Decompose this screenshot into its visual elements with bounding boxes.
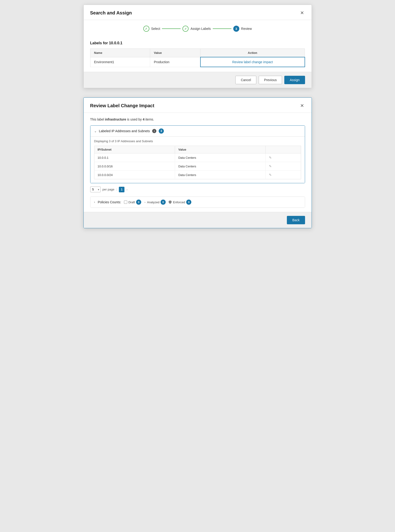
edit-icon[interactable]: ✎	[269, 156, 272, 160]
col-value-header2: Value	[175, 146, 266, 153]
dialog1-header: Search and Assign ✕	[84, 5, 312, 20]
edit-icon[interactable]: ✎	[269, 164, 272, 168]
step-line-1	[162, 28, 181, 29]
info-prefix: This label	[90, 117, 105, 121]
display-info-text: Displaying 3 of 3 IP Addresses and Subne…	[94, 139, 301, 143]
chevron-right-icon: ›	[94, 200, 95, 204]
info-middle: is used by	[126, 117, 143, 121]
dialog2-title: Review Label Change Impact	[90, 103, 154, 108]
per-page-wrapper: 5 10 25	[90, 187, 101, 192]
analyzed-badge: ~ Analyzed 0	[144, 200, 166, 205]
edit-icon[interactable]: ✎	[269, 173, 272, 177]
draft-icon	[124, 200, 127, 204]
dialog1-title: Search and Assign	[90, 10, 132, 16]
step2-label: Assign Labels	[190, 27, 211, 31]
shield-icon	[169, 200, 172, 204]
review-label-change-dialog: Review Label Change Impact ✕ This label …	[83, 97, 312, 228]
cancel-button[interactable]: Cancel	[235, 76, 256, 84]
dialog1-close-button[interactable]: ✕	[299, 10, 305, 16]
pagination-colon: :	[116, 188, 117, 191]
dialog2-close-button[interactable]: ✕	[299, 102, 305, 109]
impact-info-text: This label infrastructure is used by 4 i…	[84, 113, 312, 121]
policies-label: Policies Counts:	[98, 200, 121, 204]
analyzed-icon: ~	[144, 200, 146, 204]
col-value-header: Value	[150, 49, 200, 57]
info-icon: i	[152, 129, 156, 133]
enforced-count: 0	[186, 200, 191, 205]
col-action-header: Action	[200, 49, 305, 57]
edit-cell: ✎	[266, 171, 301, 179]
stepper: ✓ Select ✓ Assign Labels 3 Review	[84, 20, 312, 36]
col-name-header: Name	[90, 49, 150, 57]
step1-label: Select	[151, 27, 160, 31]
ip-subnet-table: IP/Subnet Value 10.0.0.1 Data Centers ✎ …	[94, 146, 301, 179]
ip-table-header-row: IP/Subnet Value	[94, 146, 301, 153]
info-suffix: items.	[144, 117, 154, 121]
stepper-step3: 3 Review	[233, 26, 252, 32]
step3-circle: 3	[233, 26, 239, 32]
assign-button[interactable]: Assign	[284, 76, 305, 84]
stepper-step1: ✓ Select	[143, 26, 160, 32]
pagination-bar: 5 10 25 per page : 1 ›	[90, 187, 305, 192]
col-action-header2	[266, 146, 301, 153]
per-page-select[interactable]: 5 10 25	[90, 187, 101, 192]
step2-circle: ✓	[182, 26, 188, 32]
enforced-label: Enforced	[173, 200, 185, 204]
search-and-assign-dialog: Search and Assign ✕ ✓ Select ✓ Assign La…	[83, 5, 312, 88]
ip-cell: 10.0.0.0/16	[94, 162, 175, 171]
row-value: Production	[150, 57, 200, 67]
edit-cell: ✎	[266, 153, 301, 162]
table-row: 10.0.0.1 Data Centers ✎	[94, 153, 301, 162]
chevron-down-icon: ⌄	[94, 129, 97, 133]
policies-section: › Policies Counts: Draft 0 ~ Analyzed 0	[90, 197, 305, 208]
row-name: Environment1	[90, 57, 150, 67]
edit-cell: ✎	[266, 162, 301, 171]
step3-label: Review	[241, 27, 252, 31]
stepper-step2: ✓ Assign Labels	[182, 26, 211, 32]
dialog1-body: Labels for 10.0.0.1 Name Value Action En…	[84, 36, 312, 72]
per-page-label: per page	[103, 188, 115, 191]
next-page-arrow[interactable]: ›	[126, 188, 127, 191]
draft-label: Draft	[128, 200, 135, 204]
info-count-bold: 4	[143, 117, 144, 121]
analyzed-count: 0	[161, 200, 166, 205]
value-cell: Data Centers	[175, 162, 266, 171]
policies-header[interactable]: › Policies Counts: Draft 0 ~ Analyzed 0	[90, 197, 305, 207]
table-header-row: Name Value Action	[90, 49, 305, 57]
enforced-badge: Enforced 0	[169, 200, 191, 205]
step-line-2	[213, 28, 231, 29]
step1-circle: ✓	[143, 26, 149, 32]
info-label-bold: infrastructure	[105, 117, 126, 121]
labels-section-title: Labels for 10.0.0.1	[90, 41, 305, 45]
analyzed-label: Analyzed	[147, 200, 159, 204]
draft-badge: Draft 0	[124, 200, 141, 205]
previous-button[interactable]: Previous	[259, 76, 282, 84]
value-cell: Data Centers	[175, 171, 266, 179]
review-label-change-link[interactable]: Review label change impact	[232, 60, 273, 64]
labeled-ip-label: Labeled IP Addresses and Subnets	[99, 129, 150, 133]
dialog2-footer: Back	[84, 212, 312, 228]
table-row: Environment1 Production Review label cha…	[90, 57, 305, 67]
draft-count: 0	[136, 200, 141, 205]
table-row: 10.0.0.0/16 Data Centers ✎	[94, 162, 301, 171]
dialog2-header: Review Label Change Impact ✕	[84, 98, 312, 113]
labels-table: Name Value Action Environment1 Productio…	[90, 49, 305, 67]
value-cell: Data Centers	[175, 153, 266, 162]
labeled-ip-count-badge: 3	[159, 128, 164, 133]
labeled-ip-body: Displaying 3 of 3 IP Addresses and Subne…	[90, 136, 305, 183]
ip-cell: 10.0.0.1	[94, 153, 175, 162]
back-button[interactable]: Back	[287, 216, 305, 224]
ip-cell: 10.0.0.0/24	[94, 171, 175, 179]
page-number: 1	[119, 187, 124, 192]
labeled-ip-header[interactable]: ⌄ Labeled IP Addresses and Subnets i 3	[90, 126, 305, 136]
dialog1-footer: Cancel Previous Assign	[84, 72, 312, 88]
row-action-cell: Review label change impact	[200, 57, 305, 67]
labeled-ip-section: ⌄ Labeled IP Addresses and Subnets i 3 D…	[90, 125, 305, 183]
table-row: 10.0.0.0/24 Data Centers ✎	[94, 171, 301, 179]
col-ip-header: IP/Subnet	[94, 146, 175, 153]
